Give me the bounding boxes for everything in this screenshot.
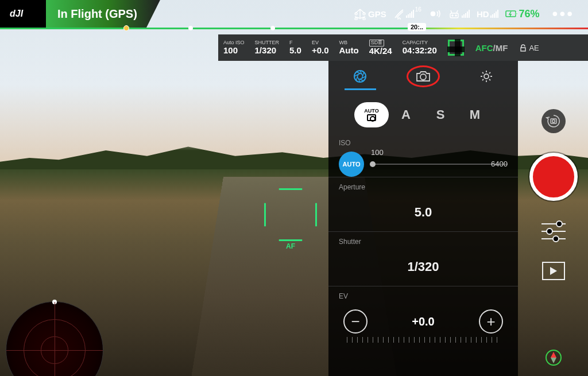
photo-video-switch[interactable]: [541, 109, 566, 133]
svg-text:dJI: dJI: [10, 9, 24, 18]
camera-settings-button[interactable]: [541, 220, 566, 242]
mode-m[interactable]: M: [458, 102, 492, 127]
satellite-icon[interactable]: 16: [393, 8, 421, 20]
switch-icon: [546, 113, 562, 129]
sd-readout[interactable]: SD≣ 4K/24: [364, 40, 397, 56]
shutter-value[interactable]: 1/320: [328, 248, 518, 286]
ev-value: +0.0: [412, 315, 434, 328]
rc-signal-bars: [462, 10, 470, 18]
aperture-readout[interactable]: F 5.0: [284, 40, 307, 55]
top-bar: dJI In Flight (GPS) GPS 16 HD 76% •••: [0, 0, 588, 28]
autofocus-label: AF: [286, 241, 295, 250]
sd-icon: SD≣: [369, 40, 385, 46]
more-menu-icon[interactable]: •••: [547, 5, 580, 23]
shutter-section-label: Shutter: [328, 232, 518, 248]
battery-icon[interactable]: 76%: [505, 8, 540, 20]
mode-a[interactable]: A: [389, 102, 423, 127]
svg-rect-2: [450, 13, 458, 18]
tab-general[interactable]: [455, 61, 518, 92]
ev-section-label: EV: [328, 286, 518, 303]
battery-percent: 76%: [519, 8, 540, 20]
hd-label: HD: [477, 9, 489, 19]
aperture-section-label: Aperture: [328, 177, 518, 193]
focus-mode-toggle[interactable]: AFC/MF: [470, 43, 514, 53]
mode-s[interactable]: S: [423, 102, 458, 127]
rc-signal-icon[interactable]: [448, 9, 470, 19]
wb-readout[interactable]: WB Auto: [334, 40, 364, 55]
iso-min-label: 100: [371, 148, 384, 157]
ev-minus-button[interactable]: −: [343, 309, 368, 334]
flight-mode-icon[interactable]: GPS: [353, 7, 386, 20]
svg-point-11: [552, 120, 555, 123]
sat-signal-bars: [406, 10, 414, 18]
sat-count: 16: [415, 6, 421, 13]
ae-lock-toggle[interactable]: AE: [513, 44, 544, 52]
ev-ticks: [347, 337, 500, 343]
panel-tabs: [328, 61, 518, 92]
record-button[interactable]: [529, 153, 578, 201]
mode-auto[interactable]: AUTO: [354, 102, 389, 127]
exposure-bar: Auto ISO 100 SHUTTER 1/320 F 5.0 EV +0.0…: [218, 34, 588, 61]
exposure-mode-row: AUTO A S M: [346, 102, 501, 127]
svg-point-1: [431, 11, 435, 16]
playback-button[interactable]: [542, 262, 565, 280]
svg-rect-6: [516, 13, 517, 15]
capacity-readout[interactable]: CAPACITY 04:32:20: [397, 40, 442, 55]
rc-time-badge: 20:..: [408, 23, 426, 31]
tab-photo[interactable]: [392, 61, 455, 92]
shutter-readout[interactable]: SHUTTER 1/320: [250, 40, 285, 55]
hd-signal-icon[interactable]: HD: [477, 9, 498, 19]
compass-icon[interactable]: [546, 350, 562, 366]
right-controls: [526, 109, 581, 370]
dji-logo[interactable]: dJI: [0, 0, 46, 28]
camera-settings-panel: AUTO A S M ISO AUTO 100 6400 Aperture 5.…: [328, 61, 518, 376]
svg-point-4: [455, 15, 457, 17]
flight-status-text: In Flight (GPS): [57, 7, 137, 21]
ev-readout[interactable]: EV +0.0: [307, 40, 334, 55]
iso-auto-knob[interactable]: AUTO: [339, 152, 364, 177]
ev-plus-button[interactable]: +: [479, 309, 503, 334]
gps-label: GPS: [368, 9, 386, 19]
autofocus-box[interactable]: AF: [264, 188, 317, 241]
vision-sensor-icon[interactable]: [428, 9, 441, 18]
svg-point-3: [452, 15, 454, 17]
focus-frame-icon[interactable]: [448, 40, 464, 56]
iso-slider[interactable]: AUTO 100 6400: [339, 152, 508, 173]
iso-readout[interactable]: Auto ISO 100: [218, 40, 250, 55]
camera-icon: [367, 114, 376, 121]
highlight-ring: [407, 65, 440, 87]
hd-signal-bars: [490, 10, 498, 18]
gear-icon: [479, 69, 493, 83]
battery-timeline[interactable]: [0, 28, 588, 29]
aperture-value[interactable]: 5.0: [328, 193, 518, 231]
flight-status[interactable]: In Flight (GPS): [46, 0, 160, 28]
iso-max-label: 6400: [491, 160, 508, 168]
aperture-icon: [353, 69, 368, 84]
iso-section-label: ISO: [328, 133, 518, 149]
unlock-icon: [519, 44, 527, 52]
tab-exposure[interactable]: [328, 61, 392, 92]
iso-track[interactable]: [370, 164, 508, 165]
svg-point-9: [484, 74, 489, 79]
